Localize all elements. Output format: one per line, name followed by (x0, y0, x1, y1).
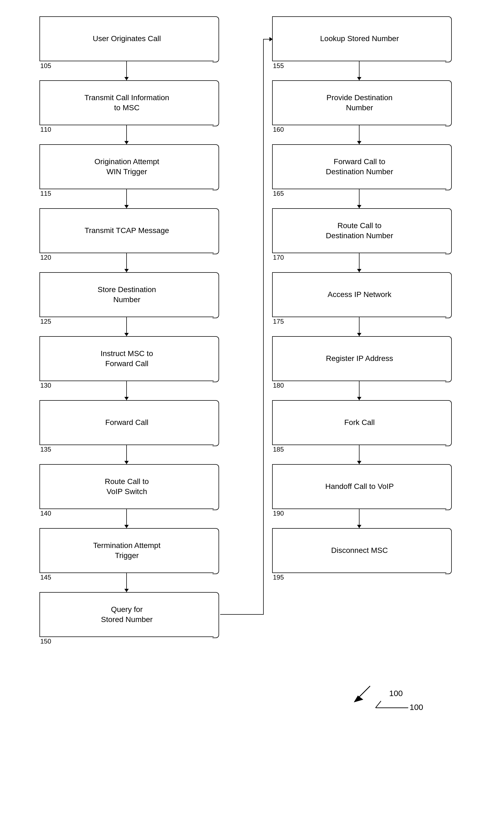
box-150-label: Query forStored Number (101, 605, 153, 624)
box-105: User Originates Call (39, 16, 214, 61)
box-160-label: Provide DestinationNumber (327, 93, 393, 113)
arrow-140-145 (126, 509, 127, 528)
arrow-100-svg: 100 (359, 692, 425, 713)
connector-150-155 (263, 39, 273, 39)
node-165: 165 (273, 190, 284, 197)
arrow-165-170 (359, 189, 360, 208)
box-125: Store DestinationNumber (39, 272, 214, 317)
box-145-label: Termination AttemptTrigger (93, 541, 160, 560)
node-120: 120 (40, 254, 51, 261)
box-195-label: Disconnect MSC (331, 546, 388, 555)
node-170: 170 (273, 254, 284, 261)
arrow-145-150 (126, 573, 127, 592)
box-165: Forward Call toDestination Number (272, 144, 446, 189)
node-135: 135 (40, 446, 51, 453)
arrow-105-110 (126, 61, 127, 80)
box-115-label: Origination AttemptWIN Trigger (94, 157, 159, 177)
node-140: 140 (40, 510, 51, 517)
connector-150-right (220, 614, 264, 615)
box-190: Handoff Call to VoIP (272, 464, 446, 509)
box-110-label: Transmit Call Informationto MSC (84, 93, 169, 113)
box-180-label: Register IP Address (326, 354, 393, 363)
box-175: Access IP Network (272, 272, 446, 317)
node-130: 130 (40, 382, 51, 389)
diagram-container: User Originates Call 105 Transmit Call I… (0, 0, 504, 839)
node-185: 185 (273, 446, 284, 453)
box-115: Origination AttemptWIN Trigger (39, 144, 214, 189)
box-180: Register IP Address (272, 336, 446, 381)
arrow-135-140 (126, 445, 127, 464)
box-120: Transmit TCAP Message (39, 208, 214, 253)
box-130: Instruct MSC toForward Call (39, 336, 214, 381)
box-175-label: Access IP Network (328, 290, 391, 300)
node-155: 155 (273, 62, 284, 70)
arrow-110-115 (126, 125, 127, 144)
arrow-160-165 (359, 125, 360, 144)
box-155-label: Lookup Stored Number (320, 34, 399, 43)
box-195: Disconnect MSC (272, 528, 446, 573)
node-180: 180 (273, 382, 284, 389)
box-185: Fork Call (272, 400, 446, 445)
node-145: 145 (40, 574, 51, 581)
node-175: 175 (273, 318, 284, 325)
box-155: Lookup Stored Number (272, 16, 446, 61)
node-195: 195 (273, 574, 284, 581)
box-165-label: Forward Call toDestination Number (326, 157, 393, 177)
arrow-125-130 (126, 317, 127, 336)
box-130-label: Instruct MSC toForward Call (101, 349, 153, 369)
arrow-175-180 (359, 317, 360, 336)
box-120-label: Transmit TCAP Message (85, 226, 169, 235)
node-115: 115 (40, 190, 51, 197)
box-160: Provide DestinationNumber (272, 80, 446, 125)
node-125: 125 (40, 318, 51, 325)
box-170-label: Route Call toDestination Number (326, 221, 393, 240)
box-140: Route Call toVoIP Switch (39, 464, 214, 509)
node-105: 105 (40, 62, 51, 70)
node-160: 160 (273, 126, 284, 133)
arrow-170-175 (359, 253, 360, 272)
connector-150-up (263, 39, 264, 615)
box-135: Forward Call (39, 400, 214, 445)
box-145: Termination AttemptTrigger (39, 528, 214, 573)
box-135-label: Forward Call (105, 417, 149, 427)
box-170: Route Call toDestination Number (272, 208, 446, 253)
box-185-label: Fork Call (344, 417, 375, 427)
box-110: Transmit Call Informationto MSC (39, 80, 214, 125)
arrow-185-190 (359, 445, 360, 464)
box-125-label: Store DestinationNumber (98, 285, 156, 305)
arrow-190-195 (359, 509, 360, 528)
arrow-155-160 (359, 61, 360, 80)
arrow-130-135 (126, 381, 127, 400)
arrow-180-185 (359, 381, 360, 400)
box-105-label: User Originates Call (93, 34, 161, 43)
node-190: 190 (273, 510, 284, 517)
box-140-label: Route Call toVoIP Switch (105, 477, 149, 497)
svg-line-3 (376, 701, 381, 708)
svg-text:100: 100 (410, 702, 423, 712)
node-150: 150 (40, 638, 51, 645)
box-190-label: Handoff Call to VoIP (325, 482, 394, 492)
arrow-115-120 (126, 189, 127, 208)
box-150: Query forStored Number (39, 592, 214, 637)
arrow-120-125 (126, 253, 127, 272)
node-110: 110 (40, 126, 51, 133)
